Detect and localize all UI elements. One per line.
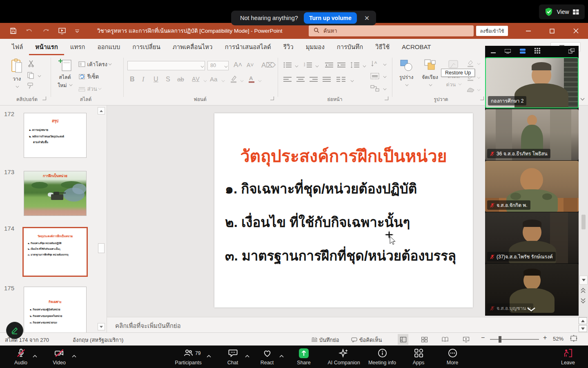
start-slideshow-icon[interactable] [58, 28, 66, 34]
align-center-icon[interactable] [296, 76, 305, 85]
video-button[interactable]: Video [46, 348, 73, 366]
indent-increase-icon[interactable] [337, 62, 346, 70]
section-button[interactable]: ส่วน [78, 85, 101, 93]
font-dialog-launcher[interactable] [270, 96, 274, 100]
slideshow-view-button[interactable] [461, 334, 471, 345]
tab-transitions[interactable]: การเปลี่ยน [126, 39, 166, 55]
comments-toggle[interactable]: ข้อคิดเห็น [351, 336, 382, 344]
bold-button[interactable]: B [130, 76, 135, 83]
participant-tile[interactable]: 36 จ.ส.อ.ธีรภัทร โพธิสน [485, 109, 579, 160]
audio-options-chevron[interactable] [33, 352, 37, 359]
gallery-view-icon[interactable] [535, 48, 540, 55]
align-text-icon[interactable] [370, 72, 381, 81]
chat-options-chevron[interactable] [245, 352, 249, 359]
ai-companion-button[interactable]: AI Companion [325, 348, 363, 366]
notes-pane[interactable]: คลิกเพื่อที่จะเพิ่มบันทึกย่อ [107, 317, 588, 332]
participant-tile[interactable]: (37)จ.ส.อ.ไพรัช รักษ์ณรงค์ [485, 212, 579, 263]
cut-icon[interactable] [28, 60, 35, 69]
slide-sorter-view-button[interactable] [419, 334, 430, 345]
grow-font-icon[interactable]: A˄ [234, 61, 242, 69]
scroll-up-button[interactable] [98, 107, 105, 114]
tab-slideshow[interactable]: การนำเสนอสไลด์ [218, 39, 277, 55]
apps-button[interactable]: Apps [408, 348, 430, 366]
qat-customize-icon[interactable] [75, 29, 80, 34]
notes-toggle[interactable]: บันทึกย่อ [311, 336, 339, 344]
numbering-icon[interactable]: 12 [304, 62, 313, 70]
shape-effects-icon[interactable] [466, 86, 474, 94]
normal-view-button[interactable] [398, 334, 408, 345]
strikethrough-button[interactable]: ab [177, 76, 184, 83]
save-icon[interactable] [10, 27, 17, 34]
font-name-combo[interactable] [127, 61, 205, 70]
share-button[interactable]: Share [292, 348, 316, 366]
font-size-combo[interactable]: 80 [207, 61, 229, 70]
arrange-button[interactable]: จัดเรียง [419, 58, 441, 89]
tab-file[interactable]: ไฟล์ [6, 39, 29, 55]
shadow-button[interactable]: S [166, 76, 170, 83]
new-slide-button[interactable]: สไลด์ใหม่ [55, 58, 75, 90]
scroll-step-up-button[interactable] [579, 317, 587, 324]
tab-recording[interactable]: การบันทึก [331, 39, 369, 55]
slide-thumbnail-175[interactable]: กิจเฉพาะ ๑. กิจเฉพาะของผู้บังคับหน่วย ๒.… [24, 287, 87, 332]
turn-up-volume-button[interactable]: Turn up volume [304, 12, 357, 24]
scroll-more-participants-chevron[interactable] [527, 306, 536, 313]
annotate-button[interactable] [6, 322, 23, 339]
close-notification-icon[interactable]: ✕ [363, 14, 371, 22]
minimize-videos-icon[interactable] [491, 48, 496, 55]
next-slide-button[interactable] [581, 298, 586, 305]
zoom-slider[interactable] [490, 339, 539, 340]
character-spacing-icon[interactable]: A̲V̲ [192, 76, 200, 82]
zoom-level[interactable]: 52% [553, 336, 564, 342]
justify-icon[interactable] [323, 76, 332, 85]
minimize-button[interactable] [517, 23, 540, 39]
smartart-convert-icon[interactable] [370, 85, 381, 94]
language-indicator[interactable]: อังกฤษ (สหรัฐอเมริกา) [73, 336, 123, 344]
shapes-button[interactable]: รูปร่าง [396, 58, 416, 89]
vertical-scrollbar-chevron[interactable] [580, 95, 585, 102]
tab-view[interactable]: มุมมอง [300, 39, 331, 55]
font-color-icon[interactable]: A [247, 75, 256, 85]
scrollbar-thumb[interactable] [98, 243, 105, 253]
slide-thumbnail-174-selected[interactable]: วัตถุประสงค์การฝึกเป็นหน่วย ๑. กิจเฉพาะท… [22, 227, 88, 277]
leave-button[interactable]: Leave [556, 348, 580, 366]
shrink-font-icon[interactable]: A˅ [247, 62, 254, 68]
chat-button[interactable]: Chat [220, 348, 245, 366]
meeting-info-button[interactable]: Meeting info [366, 348, 399, 366]
tab-insert[interactable]: แทรก [64, 39, 91, 55]
zoom-in-button[interactable]: + [543, 334, 547, 341]
tab-animations[interactable]: ภาพเคลื่อนไหว [167, 39, 219, 55]
slide-thumbnail-173[interactable]: การฝึกเป็นหน่วย [24, 171, 87, 216]
undo-icon[interactable] [26, 28, 33, 34]
align-left-icon[interactable] [283, 76, 292, 85]
react-options-chevron[interactable] [279, 352, 284, 359]
participant-tile[interactable]: กองการศึกษา 2 [485, 57, 579, 108]
clear-formatting-icon[interactable]: A⌦ [261, 61, 276, 70]
indent-decrease-icon[interactable] [325, 62, 334, 70]
highlight-color-icon[interactable] [229, 75, 238, 85]
paragraph-dialog-launcher[interactable] [385, 96, 388, 100]
slide-thumbnail-172[interactable]: สรุป ๑. ความมุ่งหมาย ๒. หลักการกำหนดวัตถ… [24, 113, 87, 158]
maximize-button[interactable] [540, 23, 564, 39]
italic-button[interactable]: I [142, 76, 144, 83]
tab-acrobat[interactable]: ACROBAT [396, 39, 437, 55]
tab-help[interactable]: วิธีใช้ [369, 39, 396, 55]
previous-slide-button[interactable] [581, 288, 586, 295]
search-input[interactable]: ค้นหา [309, 25, 474, 36]
tab-home[interactable]: หน้าแรก [29, 39, 64, 55]
zoom-out-button[interactable]: − [481, 334, 485, 341]
layout-button[interactable]: เค้าโครง [78, 60, 111, 69]
participant-tile[interactable]: จ.ส.อ.บุญชาน บ [485, 264, 579, 315]
video-options-chevron[interactable] [72, 352, 76, 359]
clipboard-dialog-launcher[interactable] [42, 96, 46, 100]
participants-options-chevron[interactable] [207, 352, 211, 359]
zoom-slider-thumb[interactable] [499, 336, 501, 343]
slide-canvas[interactable]: วัตถุประสงค์การฝึกเป็นหน่วย ๑. กิจเฉพาะท… [214, 113, 473, 307]
thumbnail-scrollbar[interactable] [97, 105, 105, 332]
view-control[interactable]: View [539, 4, 585, 19]
more-button[interactable]: More [441, 348, 464, 366]
change-case-icon[interactable]: Aa [210, 76, 217, 83]
reset-button[interactable]: รีเซ็ต [78, 72, 99, 81]
columns-icon[interactable] [336, 76, 346, 85]
format-painter-icon[interactable] [27, 82, 34, 91]
tab-design[interactable]: ออกแบบ [91, 39, 126, 55]
